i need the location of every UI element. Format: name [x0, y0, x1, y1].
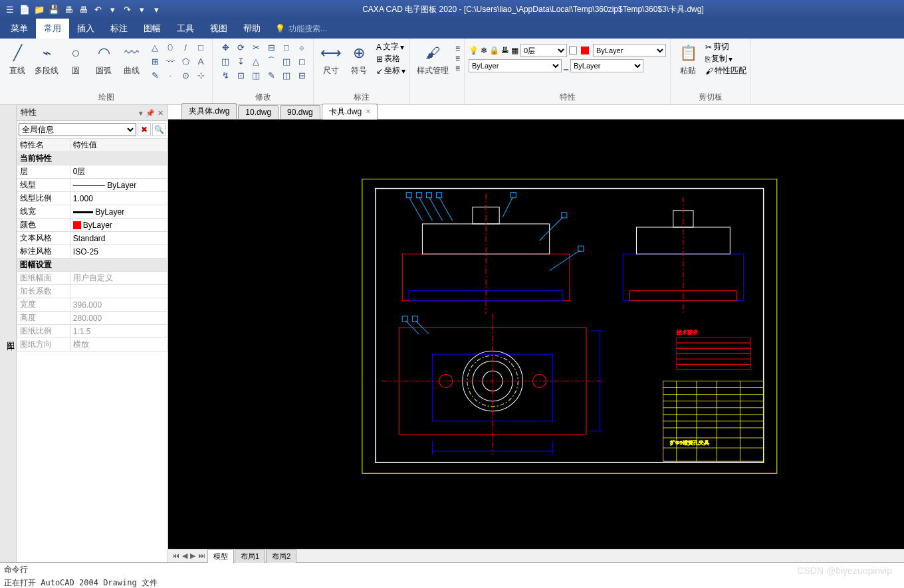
tool-icon[interactable]: ⬠: [179, 55, 191, 67]
save-icon[interactable]: 💾: [48, 3, 60, 15]
prop-value[interactable]: 1.000: [70, 192, 167, 205]
sidebar-library-tab[interactable]: 图库: [0, 105, 17, 562]
drawing-canvas[interactable]: 扩Φ9镗簧孔夹具 技术要求: [168, 120, 904, 549]
selection-dropdown[interactable]: 全局信息: [19, 123, 136, 136]
match-prop-button[interactable]: 🖌特性匹配: [705, 65, 746, 76]
select-icon[interactable]: ✖: [138, 123, 151, 136]
redo-dropdown-icon[interactable]: ▾: [136, 3, 148, 15]
layer-light-icon[interactable]: 💡: [469, 46, 479, 55]
text-button[interactable]: A文字 ▾: [376, 41, 405, 52]
function-search[interactable]: 💡功能搜索...: [275, 23, 327, 35]
prop-value[interactable]: ISO-25: [70, 245, 167, 258]
prop-value[interactable]: Standard: [70, 232, 167, 245]
tab-sheet[interactable]: 图幅: [136, 19, 169, 39]
tab-common[interactable]: 常用: [36, 19, 69, 39]
tool-icon[interactable]: ✎: [149, 69, 161, 81]
tool-icon[interactable]: ⊞: [149, 55, 161, 67]
tab-insert[interactable]: 插入: [69, 19, 102, 39]
prop-value[interactable]: ByLayer: [70, 205, 167, 219]
next-icon[interactable]: ▶: [189, 551, 197, 559]
circle-button[interactable]: ○圆: [62, 41, 89, 78]
tool-icon[interactable]: ✂: [250, 41, 262, 53]
layer-color-icon[interactable]: ▦: [511, 46, 518, 55]
line-button[interactable]: ╱直线: [4, 41, 31, 78]
match-icon[interactable]: ≡: [455, 64, 460, 73]
tool-icon[interactable]: ⊙: [179, 69, 191, 81]
print-icon[interactable]: 🖶: [62, 3, 74, 15]
spline-button[interactable]: 〰曲线: [118, 41, 145, 78]
first-icon[interactable]: ⏮: [171, 551, 181, 559]
tool-icon[interactable]: ↧: [235, 55, 247, 67]
layout-tab-2[interactable]: 布局2: [266, 549, 296, 563]
paste-button[interactable]: 📋粘贴: [675, 41, 701, 78]
close-icon[interactable]: ✕: [158, 109, 164, 117]
tool-icon[interactable]: ◻: [296, 55, 308, 67]
symbol-button[interactable]: ⊕符号: [346, 41, 372, 78]
tool-icon[interactable]: ⊟: [296, 69, 308, 81]
tool-icon[interactable]: ✎: [265, 69, 277, 81]
coord-button[interactable]: ↙坐标 ▾: [376, 65, 405, 76]
tool-icon[interactable]: □: [281, 41, 292, 53]
prop-value[interactable]: ByLayer: [70, 219, 167, 232]
layer-freeze-icon[interactable]: ❄: [481, 46, 487, 55]
match-icon[interactable]: ≡: [455, 44, 460, 53]
close-tab-icon[interactable]: ×: [366, 107, 370, 116]
polyline-button[interactable]: ⌁多段线: [32, 41, 61, 78]
layout-tab-model[interactable]: 模型: [207, 549, 234, 563]
tool-icon[interactable]: ⟳: [235, 41, 247, 53]
tool-icon[interactable]: △: [149, 41, 161, 53]
tab-annotate[interactable]: 标注: [102, 19, 136, 39]
lineweight-select[interactable]: ByLayer: [570, 59, 643, 72]
print-preview-icon[interactable]: 🖶: [77, 3, 89, 15]
doc-tab[interactable]: 10.dwg: [238, 105, 279, 119]
layer-lock-icon[interactable]: 🔒: [489, 46, 499, 55]
doc-tab[interactable]: 卡具.dwg×: [322, 104, 378, 120]
prop-value[interactable]: 0层: [70, 165, 167, 179]
tool-icon[interactable]: ◫: [281, 69, 292, 81]
quickselect-icon[interactable]: 🔍: [152, 123, 166, 136]
tab-view[interactable]: 视图: [202, 19, 235, 39]
linetype-icon[interactable]: ⎯: [564, 61, 568, 70]
pin-icon[interactable]: ▾: [139, 109, 143, 117]
new-icon[interactable]: 📄: [19, 3, 31, 15]
tool-icon[interactable]: ◫: [250, 69, 262, 81]
layer-print-icon[interactable]: 🖶: [501, 46, 509, 55]
layer-select[interactable]: 0层: [520, 44, 567, 57]
last-icon[interactable]: ⏭: [197, 551, 207, 559]
cut-button[interactable]: ✂剪切: [705, 41, 746, 52]
undo-dropdown-icon[interactable]: ▾: [106, 3, 118, 15]
tool-icon[interactable]: ⊹: [195, 69, 207, 81]
doc-tab[interactable]: 90.dwg: [280, 105, 320, 119]
color-select[interactable]: ByLayer: [593, 44, 666, 57]
dimension-button[interactable]: ⟷尺寸: [318, 41, 344, 78]
table-button[interactable]: ⊞表格: [376, 53, 405, 64]
open-icon[interactable]: 📁: [33, 3, 45, 15]
doc-tab[interactable]: 夹具体.dwg: [181, 103, 237, 119]
tool-icon[interactable]: □: [195, 41, 207, 53]
tool-icon[interactable]: ↯: [219, 69, 231, 81]
tab-tools[interactable]: 工具: [169, 19, 202, 39]
tool-icon[interactable]: ✥: [219, 41, 231, 53]
property-grid[interactable]: 特性名特性值 当前特性 层0层 线型———— ByLayer 线型比例1.000…: [17, 138, 168, 562]
tool-icon[interactable]: ◫: [219, 55, 231, 67]
arc-button[interactable]: ◠圆弧: [90, 41, 117, 78]
tool-icon[interactable]: ⊟: [265, 41, 277, 53]
tool-icon[interactable]: ◫: [281, 55, 292, 67]
prev-icon[interactable]: ◀: [181, 551, 189, 559]
prop-value[interactable]: ———— ByLayer: [70, 179, 167, 192]
tool-icon[interactable]: ⌒: [265, 55, 277, 67]
file-menu[interactable]: 菜单: [3, 19, 36, 39]
undo-icon[interactable]: ↶: [92, 3, 104, 15]
tool-icon[interactable]: △: [250, 55, 262, 67]
tool-icon[interactable]: ·: [164, 69, 176, 81]
qat-customize-icon[interactable]: ▾: [150, 3, 162, 15]
redo-icon[interactable]: ↷: [121, 3, 133, 15]
tool-icon[interactable]: A: [195, 55, 207, 67]
linetype-select[interactable]: ByLayer: [469, 59, 562, 72]
tool-icon[interactable]: /: [179, 41, 191, 53]
pin-icon[interactable]: 📌: [146, 109, 155, 117]
match-icon[interactable]: ≡: [455, 54, 460, 63]
tool-icon[interactable]: ⊡: [235, 69, 247, 81]
layout-tab-1[interactable]: 布局1: [235, 549, 265, 563]
tab-help[interactable]: 帮助: [235, 19, 269, 39]
